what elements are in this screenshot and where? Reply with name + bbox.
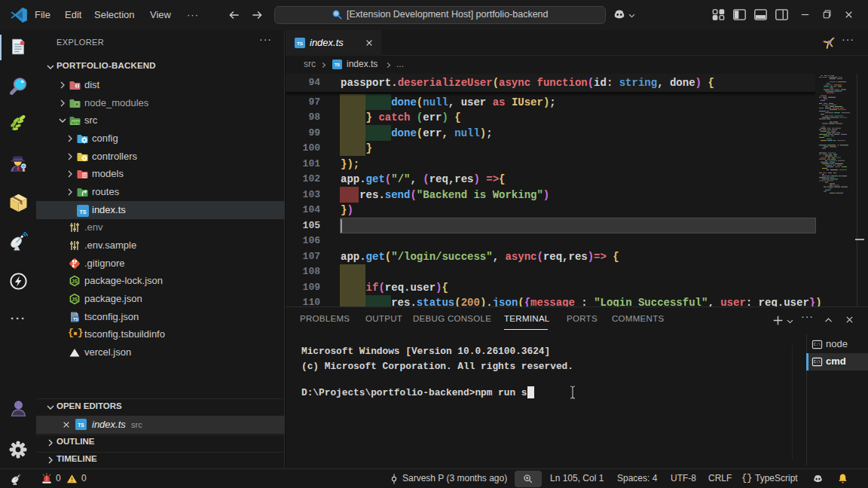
svg-text:TS: TS	[297, 41, 303, 46]
svg-text:TS: TS	[73, 317, 78, 322]
svg-text:TS: TS	[80, 209, 87, 214]
svg-text:TS: TS	[335, 63, 340, 67]
svg-text:</>: </>	[72, 120, 80, 126]
svg-text:JS: JS	[72, 297, 78, 302]
svg-text:C:\: C:\	[814, 360, 821, 364]
svg-text:TS: TS	[78, 422, 84, 428]
svg-text:JS: JS	[72, 279, 78, 284]
svg-text:C:\: C:\	[814, 343, 821, 347]
